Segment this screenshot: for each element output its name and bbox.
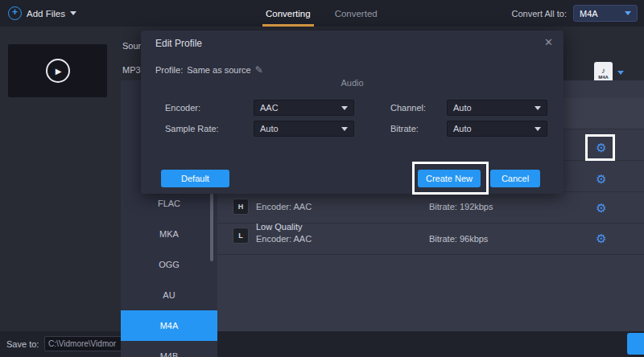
gear-icon[interactable]: ⚙ xyxy=(594,201,609,215)
row-divider xyxy=(217,254,644,255)
profile-title: Low Quality xyxy=(256,222,302,232)
sample-rate-label: Sample Rate: xyxy=(165,121,219,137)
encoder-select[interactable]: AAC xyxy=(254,100,354,116)
dialog-title: Edit Profile xyxy=(155,38,202,49)
output-format-label: M4A xyxy=(598,75,609,80)
play-icon[interactable]: ▶ xyxy=(46,59,70,83)
edit-pencil-icon[interactable]: ✎ xyxy=(255,64,263,76)
profile-quality-icon: L xyxy=(233,228,249,244)
format-list-scrollbar[interactable] xyxy=(210,193,213,261)
profile-encoder: Encoder: AAC xyxy=(256,234,312,244)
profile-label: Profile: xyxy=(155,65,183,75)
profile-bitrate: Bitrate: 96kbps xyxy=(429,234,488,244)
gear-icon[interactable]: ⚙ xyxy=(594,172,609,186)
source-format-label: MP3 xyxy=(122,65,141,75)
chevron-down-icon xyxy=(625,11,631,15)
chevron-down-icon xyxy=(341,106,348,110)
cancel-button[interactable]: Cancel xyxy=(490,170,540,187)
format-item-m4a-selected[interactable]: M4A xyxy=(121,310,217,341)
bitrate-label: Bitrate: xyxy=(390,121,419,137)
sample-rate-select[interactable]: Auto xyxy=(254,121,354,137)
format-item-ogg[interactable]: OGG xyxy=(121,249,217,280)
tab-converted-label: Converted xyxy=(335,9,378,18)
convert-all-dropdown[interactable]: M4A xyxy=(573,5,638,22)
main-tabs: Converting Converted xyxy=(266,0,378,27)
chevron-down-icon xyxy=(70,11,76,15)
channel-select[interactable]: Auto xyxy=(447,100,547,116)
bitrate-value: Auto xyxy=(453,124,472,133)
bottom-bar: Save to: xyxy=(0,331,644,357)
save-path-input[interactable] xyxy=(44,336,122,351)
format-item-mka[interactable]: MKA xyxy=(121,219,217,249)
channel-value: Auto xyxy=(453,103,472,113)
profile-row: Profile: Same as source ✎ xyxy=(155,64,263,76)
add-files-label: Add Files xyxy=(27,9,65,18)
sample-rate-value: Auto xyxy=(260,124,279,133)
convert-all-value: M4A xyxy=(580,9,598,18)
encoder-label: Encoder: xyxy=(165,100,200,116)
profile-value: Same as source xyxy=(187,65,250,75)
convert-all-button[interactable] xyxy=(627,333,644,355)
default-button[interactable]: Default xyxy=(161,170,229,187)
channel-label: Channel: xyxy=(390,100,426,116)
edit-profile-dialog: Edit Profile ✕ Profile: Same as source ✎… xyxy=(141,31,564,194)
chevron-down-icon xyxy=(535,106,541,110)
gear-icon[interactable]: ⚙ xyxy=(594,141,609,154)
profile-encoder: Encoder: AAC xyxy=(256,202,312,211)
chevron-down-icon[interactable] xyxy=(617,71,624,75)
chevron-down-icon xyxy=(535,127,541,131)
video-thumbnail[interactable]: ▶ xyxy=(8,44,107,97)
tab-converted[interactable]: Converted xyxy=(335,0,378,27)
audio-section-title: Audio xyxy=(141,78,564,88)
create-new-button[interactable]: Create New xyxy=(418,170,481,187)
encoder-value: AAC xyxy=(260,103,279,113)
format-item-au[interactable]: AU xyxy=(121,280,217,310)
profile-bitrate: Bitrate: 192kbps xyxy=(429,202,493,211)
convert-all-label: Convert All to: xyxy=(512,9,567,18)
close-icon[interactable]: ✕ xyxy=(544,36,553,48)
tab-converting-label: Converting xyxy=(266,9,311,18)
gear-icon[interactable]: ⚙ xyxy=(594,232,609,245)
format-item-m4b[interactable]: M4B xyxy=(121,341,217,357)
save-to-label: Save to: xyxy=(6,331,39,357)
chevron-down-icon xyxy=(341,127,348,131)
app-window: + Add Files Converting Converted Convert… xyxy=(0,0,644,357)
music-note-icon: ♪ xyxy=(601,67,605,75)
profile-quality-icon: H xyxy=(233,199,249,215)
convert-all-group: Convert All to: M4A xyxy=(512,0,638,27)
top-bar: + Add Files Converting Converted Convert… xyxy=(0,0,644,27)
bitrate-select[interactable]: Auto xyxy=(447,121,547,137)
tab-converting[interactable]: Converting xyxy=(266,0,311,27)
add-files-button[interactable]: + Add Files xyxy=(8,0,76,27)
add-circle-icon: + xyxy=(8,6,22,20)
